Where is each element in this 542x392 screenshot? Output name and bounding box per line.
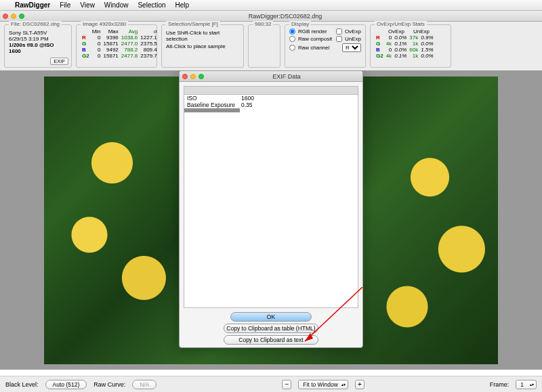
exif-dialog: EXIF Data ISO1600 Baseline Exposure0.35 … bbox=[179, 70, 363, 348]
stats-table: OvExpUnExp R00.0%37k0.9% G4k0.1%1k0.0% B… bbox=[375, 28, 435, 59]
dialog-minimize-icon[interactable] bbox=[190, 74, 196, 79]
dialog-title: EXIF Data bbox=[211, 73, 362, 80]
channel-select[interactable]: R bbox=[342, 43, 361, 52]
ratio-panel-title: 980:32 bbox=[253, 21, 273, 27]
app-name[interactable]: RawDigger bbox=[15, 1, 50, 9]
exif-row: Baseline Exposure0.35 bbox=[184, 102, 358, 108]
exif-listbox[interactable]: ISO1600 Baseline Exposure0.35 bbox=[184, 86, 358, 308]
ratio-panel: 980:32 bbox=[248, 24, 280, 68]
raw-channel-radio[interactable] bbox=[289, 45, 295, 51]
stats-panel: OvExp/UnExp Stats OvExpUnExp R00.0%37k0.… bbox=[370, 24, 451, 68]
footer-bar: Black Level: Auto (512) Raw Curve: N/A −… bbox=[0, 376, 542, 392]
dialog-close-icon[interactable] bbox=[182, 74, 188, 79]
stats-panel-title: OvExp/UnExp Stats bbox=[375, 21, 427, 27]
frame-select[interactable]: 1 bbox=[516, 380, 537, 389]
rgb-render-radio[interactable] bbox=[289, 28, 295, 35]
window-titlebar: RawDigger:DSC02682.dng bbox=[0, 11, 542, 22]
unexp-checkbox[interactable] bbox=[336, 36, 342, 42]
copy-text-button[interactable]: Copy to Clipboard as text bbox=[224, 335, 318, 345]
black-level-button[interactable]: Auto (512) bbox=[45, 380, 87, 389]
camera-label: Sony SLT-A55V bbox=[9, 30, 67, 36]
image-panel: Image 4928x3280 Min Max Avg σ R093961038… bbox=[76, 24, 157, 68]
copy-html-button[interactable]: Copy to Clipboard as table (HTML) bbox=[224, 324, 318, 333]
image-panel-title: Image 4928x3280 bbox=[81, 21, 128, 27]
ok-button[interactable]: OK bbox=[230, 312, 312, 322]
selection-line1: Use Shift-Click to start selection bbox=[166, 30, 239, 42]
raw-composite-radio[interactable] bbox=[289, 36, 295, 42]
zoom-out-button[interactable]: − bbox=[282, 380, 291, 389]
selection-line2: Alt-Click to place sample bbox=[166, 43, 239, 49]
menu-file[interactable]: File bbox=[60, 1, 70, 9]
image-viewer[interactable]: EXIF Data ISO1600 Baseline Exposure0.35 … bbox=[0, 70, 542, 370]
menubar[interactable]: RawDigger File View Window Selection Hel… bbox=[0, 0, 542, 11]
exif-row: ISO1600 bbox=[184, 95, 358, 102]
black-level-label: Black Level: bbox=[5, 381, 39, 388]
selection-panel-title: Selection/Sample [F] bbox=[166, 21, 220, 27]
close-icon[interactable] bbox=[3, 14, 8, 19]
ovexp-checkbox[interactable] bbox=[336, 28, 342, 35]
dialog-zoom-icon[interactable] bbox=[199, 74, 204, 79]
zoom-icon[interactable] bbox=[19, 14, 24, 19]
date-label: 6/29/15 3:19 PM bbox=[9, 36, 67, 42]
exposure-label: 1/200s f/8.0 @ISO 1600 bbox=[9, 42, 67, 54]
minimize-icon[interactable] bbox=[11, 14, 16, 19]
exif-list-header bbox=[184, 87, 358, 95]
display-panel: Display RGB renderOvExp Raw compositUnEx… bbox=[285, 24, 366, 68]
zoom-in-button[interactable]: + bbox=[355, 380, 364, 389]
zoom-select[interactable]: Fit to Window bbox=[298, 380, 348, 389]
exif-row-selected[interactable] bbox=[184, 108, 240, 112]
menu-help[interactable]: Help bbox=[175, 1, 190, 9]
info-panels: File: DSC02682.dng Sony SLT-A55V 6/29/15… bbox=[0, 22, 542, 70]
menu-view[interactable]: View bbox=[80, 1, 95, 9]
file-panel: File: DSC02682.dng Sony SLT-A55V 6/29/15… bbox=[4, 24, 72, 68]
window-title: RawDigger:DSC02682.dng bbox=[31, 13, 539, 20]
exif-button[interactable]: EXIF bbox=[50, 58, 68, 65]
menu-selection[interactable]: Selection bbox=[138, 1, 165, 9]
frame-label: Frame: bbox=[490, 381, 509, 388]
raw-curve-label: Raw Curve: bbox=[93, 381, 125, 388]
file-panel-title: File: DSC02682.dng bbox=[9, 21, 62, 27]
raw-curve-value: N/A bbox=[132, 380, 157, 389]
image-stats-table: Min Max Avg σ R093961038.61227.1 G015871… bbox=[81, 28, 159, 59]
display-panel-title: Display bbox=[289, 21, 311, 27]
selection-panel: Selection/Sample [F] Use Shift-Click to … bbox=[161, 24, 244, 68]
menu-window[interactable]: Window bbox=[104, 1, 129, 9]
